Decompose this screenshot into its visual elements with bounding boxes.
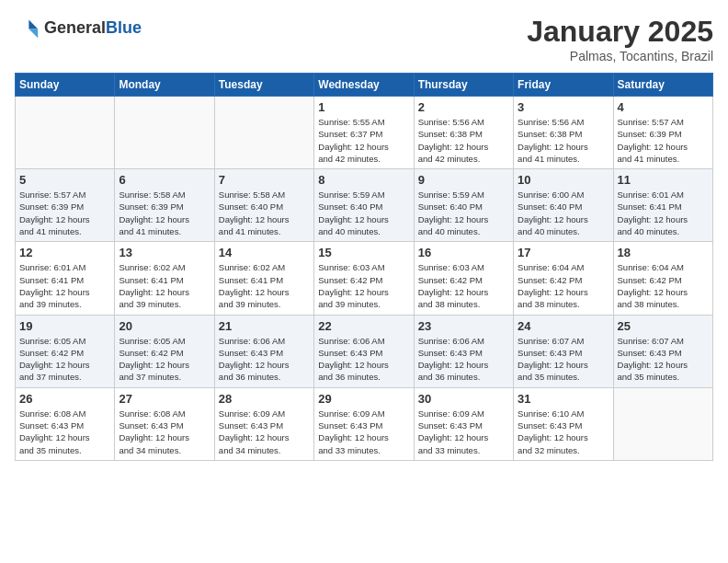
calendar-cell: 28Sunrise: 6:09 AM Sunset: 6:43 PM Dayli… — [214, 387, 313, 460]
calendar-cell: 5Sunrise: 5:57 AM Sunset: 6:39 PM Daylig… — [16, 169, 115, 242]
day-info: Sunrise: 6:07 AM Sunset: 6:43 PM Dayligh… — [518, 335, 609, 384]
calendar-cell: 2Sunrise: 5:56 AM Sunset: 6:38 PM Daylig… — [414, 97, 513, 169]
day-info: Sunrise: 5:55 AM Sunset: 6:37 PM Dayligh… — [318, 116, 409, 165]
calendar-cell: 20Sunrise: 6:05 AM Sunset: 6:42 PM Dayli… — [115, 315, 214, 387]
calendar-row: 12Sunrise: 6:01 AM Sunset: 6:41 PM Dayli… — [16, 242, 713, 315]
location: Palmas, Tocantins, Brazil — [527, 49, 713, 63]
calendar-cell: 19Sunrise: 6:05 AM Sunset: 6:42 PM Dayli… — [16, 315, 115, 387]
calendar-row: 26Sunrise: 6:08 AM Sunset: 6:43 PM Dayli… — [16, 387, 713, 460]
title-area: January 2025 Palmas, Tocantins, Brazil — [527, 15, 713, 63]
day-number: 14 — [219, 246, 310, 259]
calendar-cell: 14Sunrise: 6:02 AM Sunset: 6:41 PM Dayli… — [214, 242, 313, 315]
day-info: Sunrise: 5:58 AM Sunset: 6:39 PM Dayligh… — [119, 189, 210, 237]
calendar-row: 19Sunrise: 6:05 AM Sunset: 6:42 PM Dayli… — [16, 315, 713, 387]
calendar-cell: 15Sunrise: 6:03 AM Sunset: 6:42 PM Dayli… — [314, 242, 414, 315]
day-info: Sunrise: 6:03 AM Sunset: 6:42 PM Dayligh… — [418, 261, 509, 310]
day-number: 18 — [618, 246, 709, 259]
day-number: 10 — [518, 173, 609, 187]
day-info: Sunrise: 6:10 AM Sunset: 6:43 PM Dayligh… — [518, 408, 609, 456]
day-number: 5 — [19, 173, 110, 187]
calendar-row: 5Sunrise: 5:57 AM Sunset: 6:39 PM Daylig… — [16, 169, 713, 242]
day-info: Sunrise: 5:57 AM Sunset: 6:39 PM Dayligh… — [618, 116, 709, 165]
col-tuesday: Tuesday — [214, 74, 313, 97]
calendar-cell: 3Sunrise: 5:56 AM Sunset: 6:38 PM Daylig… — [514, 97, 613, 169]
day-info: Sunrise: 6:01 AM Sunset: 6:41 PM Dayligh… — [19, 261, 110, 310]
col-thursday: Thursday — [414, 74, 513, 97]
month-title: January 2025 — [527, 15, 713, 49]
day-number: 26 — [19, 392, 110, 406]
calendar-cell: 9Sunrise: 5:59 AM Sunset: 6:40 PM Daylig… — [414, 169, 513, 242]
col-saturday: Saturday — [613, 74, 712, 97]
day-info: Sunrise: 6:09 AM Sunset: 6:43 PM Dayligh… — [418, 408, 509, 456]
calendar-cell: 27Sunrise: 6:08 AM Sunset: 6:43 PM Dayli… — [115, 387, 214, 460]
day-number: 8 — [318, 173, 409, 187]
day-number: 23 — [418, 319, 509, 333]
day-info: Sunrise: 6:06 AM Sunset: 6:43 PM Dayligh… — [219, 335, 310, 384]
calendar-cell — [613, 387, 712, 460]
calendar-cell: 29Sunrise: 6:09 AM Sunset: 6:43 PM Dayli… — [314, 387, 414, 460]
day-info: Sunrise: 6:07 AM Sunset: 6:43 PM Dayligh… — [618, 335, 709, 384]
calendar-cell — [16, 97, 115, 169]
day-info: Sunrise: 6:09 AM Sunset: 6:43 PM Dayligh… — [318, 408, 409, 456]
day-info: Sunrise: 6:05 AM Sunset: 6:42 PM Dayligh… — [119, 335, 210, 384]
day-number: 31 — [518, 392, 609, 406]
day-number: 13 — [119, 246, 210, 259]
calendar-cell — [115, 97, 214, 169]
calendar-cell: 18Sunrise: 6:04 AM Sunset: 6:42 PM Dayli… — [613, 242, 712, 315]
calendar-cell: 7Sunrise: 5:58 AM Sunset: 6:40 PM Daylig… — [214, 169, 313, 242]
calendar-body: 1Sunrise: 5:55 AM Sunset: 6:37 PM Daylig… — [16, 97, 713, 461]
calendar-table: Sunday Monday Tuesday Wednesday Thursday… — [15, 73, 713, 461]
day-number: 28 — [219, 392, 310, 406]
svg-marker-1 — [28, 29, 38, 38]
calendar-cell: 10Sunrise: 6:00 AM Sunset: 6:40 PM Dayli… — [514, 169, 613, 242]
day-number: 3 — [518, 100, 609, 114]
calendar-cell: 30Sunrise: 6:09 AM Sunset: 6:43 PM Dayli… — [414, 387, 513, 460]
calendar-cell: 21Sunrise: 6:06 AM Sunset: 6:43 PM Dayli… — [214, 315, 313, 387]
day-number: 1 — [318, 100, 409, 114]
day-info: Sunrise: 5:59 AM Sunset: 6:40 PM Dayligh… — [418, 189, 509, 237]
calendar-cell: 12Sunrise: 6:01 AM Sunset: 6:41 PM Dayli… — [16, 242, 115, 315]
calendar-cell: 31Sunrise: 6:10 AM Sunset: 6:43 PM Dayli… — [514, 387, 613, 460]
logo: GeneralBlue — [15, 15, 142, 40]
logo-text-general: General — [44, 18, 106, 37]
day-info: Sunrise: 6:06 AM Sunset: 6:43 PM Dayligh… — [418, 335, 509, 384]
day-info: Sunrise: 6:05 AM Sunset: 6:42 PM Dayligh… — [19, 335, 110, 384]
day-number: 30 — [418, 392, 509, 406]
calendar-cell — [214, 97, 313, 169]
day-info: Sunrise: 5:59 AM Sunset: 6:40 PM Dayligh… — [318, 189, 409, 237]
day-number: 11 — [618, 173, 709, 187]
calendar-cell: 6Sunrise: 5:58 AM Sunset: 6:39 PM Daylig… — [115, 169, 214, 242]
day-number: 20 — [119, 319, 210, 333]
calendar-cell: 8Sunrise: 5:59 AM Sunset: 6:40 PM Daylig… — [314, 169, 414, 242]
calendar-row: 1Sunrise: 5:55 AM Sunset: 6:37 PM Daylig… — [16, 97, 713, 169]
day-number: 7 — [219, 173, 310, 187]
header-row: Sunday Monday Tuesday Wednesday Thursday… — [16, 74, 713, 97]
col-monday: Monday — [115, 74, 214, 97]
col-friday: Friday — [514, 74, 613, 97]
day-number: 21 — [219, 319, 310, 333]
col-sunday: Sunday — [16, 74, 115, 97]
day-number: 6 — [119, 173, 210, 187]
day-info: Sunrise: 6:03 AM Sunset: 6:42 PM Dayligh… — [318, 261, 409, 310]
day-number: 4 — [618, 100, 709, 114]
calendar-cell: 25Sunrise: 6:07 AM Sunset: 6:43 PM Dayli… — [613, 315, 712, 387]
day-number: 24 — [518, 319, 609, 333]
day-info: Sunrise: 6:02 AM Sunset: 6:41 PM Dayligh… — [119, 261, 210, 310]
calendar-cell: 4Sunrise: 5:57 AM Sunset: 6:39 PM Daylig… — [613, 97, 712, 169]
calendar-cell: 13Sunrise: 6:02 AM Sunset: 6:41 PM Dayli… — [115, 242, 214, 315]
day-info: Sunrise: 6:06 AM Sunset: 6:43 PM Dayligh… — [318, 335, 409, 384]
day-number: 9 — [418, 173, 509, 187]
day-info: Sunrise: 6:08 AM Sunset: 6:43 PM Dayligh… — [119, 408, 210, 456]
calendar-cell: 26Sunrise: 6:08 AM Sunset: 6:43 PM Dayli… — [16, 387, 115, 460]
calendar-cell: 22Sunrise: 6:06 AM Sunset: 6:43 PM Dayli… — [314, 315, 414, 387]
calendar-cell: 23Sunrise: 6:06 AM Sunset: 6:43 PM Dayli… — [414, 315, 513, 387]
logo-icon — [15, 15, 40, 40]
day-number: 29 — [318, 392, 409, 406]
day-number: 27 — [119, 392, 210, 406]
calendar-cell: 11Sunrise: 6:01 AM Sunset: 6:41 PM Dayli… — [613, 169, 712, 242]
col-wednesday: Wednesday — [314, 74, 414, 97]
day-info: Sunrise: 6:04 AM Sunset: 6:42 PM Dayligh… — [518, 261, 609, 310]
svg-marker-0 — [28, 20, 38, 29]
day-info: Sunrise: 6:08 AM Sunset: 6:43 PM Dayligh… — [19, 408, 110, 456]
day-number: 19 — [19, 319, 110, 333]
